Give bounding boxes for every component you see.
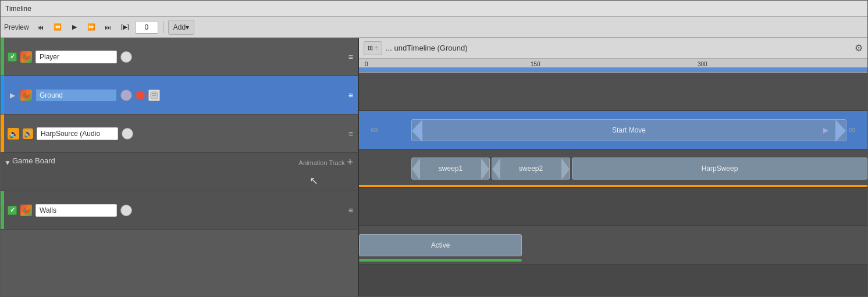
- clip-sweep1-label: sweep1: [439, 164, 463, 173]
- clip-start-move-right-arrow: [835, 120, 846, 142]
- clip-active-label: Active: [431, 241, 450, 249]
- clip-sweep1[interactable]: sweep1: [411, 158, 490, 180]
- ruler-ticks: for(let i=0;i<220;i++){ document.write('…: [359, 64, 867, 67]
- inf-right-icon: ∞: [848, 124, 856, 136]
- harpsource-icon2: 🔊: [23, 128, 33, 139]
- right-toolbar: ⊞ ÷ ... undTimeline (Ground) ⚙: [359, 38, 867, 59]
- gameboard-track-add-area: Animation Track +: [299, 156, 353, 169]
- track-row-harpsource: 🔈 🔊 HarpSource (Audio ≡: [1, 114, 358, 153]
- inf-left-icon: ∞: [371, 124, 378, 136]
- ground-record-button[interactable]: [136, 91, 145, 100]
- ground-expand-icon[interactable]: ▶: [8, 91, 17, 100]
- timeline-row-walls: Active: [359, 226, 867, 264]
- cursor-indicator: ↖: [310, 174, 318, 187]
- ruler-blue-bar: [359, 67, 867, 72]
- harpsource-options-icon[interactable]: ≡: [348, 129, 353, 138]
- clip-harpsweep-label: HarpSweep: [702, 164, 738, 173]
- right-panel: ⊞ ÷ ... undTimeline (Ground) ⚙ 0 150 300: [359, 38, 867, 296]
- timeline-row-player: [359, 73, 867, 111]
- frame-input[interactable]: [135, 21, 158, 34]
- clip-active[interactable]: Active: [359, 234, 522, 256]
- player-track-content: Player: [1, 51, 348, 63]
- harpsource-orange-bar: [359, 185, 867, 187]
- clip-start-move-right-arrow-icon: ▶: [823, 126, 828, 134]
- clip-start-move-left-arrow: [412, 120, 422, 142]
- ground-options-icon[interactable]: ≡: [348, 91, 353, 100]
- player-checkbox[interactable]: [8, 52, 17, 62]
- player-color-bar: [1, 38, 4, 76]
- player-options-icon[interactable]: ≡: [348, 52, 353, 62]
- timeline-row-harpsource: sweep1 sweep2 HarpSweep: [359, 149, 867, 188]
- add-button[interactable]: Add▾: [168, 20, 194, 35]
- walls-dot-button[interactable]: [120, 205, 132, 216]
- ground-name-field[interactable]: Ground: [35, 89, 117, 102]
- walls-options-icon[interactable]: ≡: [348, 206, 353, 215]
- active-green-bar: [359, 259, 522, 262]
- step-forward-button[interactable]: ⏩: [84, 20, 99, 34]
- timeline-ruler: 0 150 300 for(let i=0;i<220;i++){ docume…: [359, 59, 867, 73]
- gameboard-add-icon[interactable]: +: [347, 156, 353, 169]
- gameboard-label: Game Board: [12, 156, 55, 165]
- player-name-field[interactable]: Player: [35, 51, 117, 63]
- player-dot-button[interactable]: [120, 51, 132, 63]
- walls-name-field[interactable]: Walls: [35, 204, 117, 217]
- clip-sweep2[interactable]: sweep2: [492, 158, 570, 180]
- sweep2-right-arrow: [561, 158, 570, 180]
- animation-track-label: Animation Track: [299, 159, 345, 166]
- ground-clip-icon: [148, 90, 160, 101]
- walls-checkbox[interactable]: [8, 206, 17, 215]
- preview-label: Preview: [4, 23, 29, 31]
- harpsource-name-field[interactable]: HarpSource (Audio: [37, 127, 118, 140]
- group-header-gameboard: ▼ Game Board Animation Track + ↖: [1, 153, 358, 191]
- sweep2-left-arrow: [492, 158, 500, 180]
- track-row-walls: Walls ≡: [1, 191, 358, 230]
- clip-sweep2-label: sweep2: [519, 164, 543, 173]
- clip-start-move-label: Start Move: [612, 126, 646, 134]
- track-row-player: Player ≡: [1, 38, 358, 76]
- step-frame-button[interactable]: [▶]: [118, 20, 133, 34]
- settings-gear-icon[interactable]: ⚙: [855, 42, 863, 53]
- harpsource-color-bar: [1, 114, 4, 152]
- main-content: Player ≡ ▶ Ground: [1, 38, 867, 296]
- sweep1-left-arrow: [412, 158, 420, 180]
- harpsource-dot-button[interactable]: [122, 128, 133, 139]
- top-toolbar: Preview ⏮ ⏪ ▶ ⏩ ⏭ [▶] Add▾: [1, 17, 867, 38]
- walls-color-bar: [1, 191, 4, 229]
- timeline-window: Timeline Preview ⏮ ⏪ ▶ ⏩ ⏭ [▶] Add▾: [0, 0, 868, 297]
- play-button[interactable]: ▶: [67, 20, 81, 34]
- skip-to-start-button[interactable]: ⏮: [34, 20, 48, 34]
- tracks-list: Player ≡ ▶ Ground: [1, 38, 358, 296]
- ground-color-bar: [1, 76, 4, 114]
- window-title: Timeline: [5, 5, 31, 13]
- toolbar-divider: [163, 22, 163, 33]
- timeline-mode-button[interactable]: ⊞ ÷: [364, 41, 382, 55]
- step-back-button[interactable]: ⏪: [50, 20, 65, 34]
- clip-start-move[interactable]: Start Move ▶: [411, 119, 846, 141]
- walls-track-content: Walls: [1, 204, 348, 217]
- timeline-tracks: ∞ Start Move ▶ ∞ swee: [359, 73, 867, 296]
- sweep1-right-arrow: [481, 158, 489, 180]
- clip-harpsweep[interactable]: HarpSweep: [572, 158, 867, 180]
- timeline-title: ... undTimeline (Ground): [386, 44, 851, 52]
- ground-track-content: ▶ Ground: [1, 89, 348, 102]
- ground-3d-icon: [20, 90, 32, 101]
- title-bar: Timeline: [1, 1, 867, 17]
- player-3d-icon: [20, 51, 32, 63]
- walls-3d-icon: [20, 205, 32, 216]
- timeline-row-gameboard: [359, 188, 867, 226]
- harpsource-audio-icon: 🔈: [8, 128, 19, 139]
- harpsource-track-content: 🔈 🔊 HarpSource (Audio: [1, 127, 348, 140]
- skip-to-end-button[interactable]: ⏭: [101, 20, 115, 34]
- left-panel: Player ≡ ▶ Ground: [1, 38, 359, 296]
- track-row-ground: ▶ Ground ≡: [1, 76, 358, 114]
- gameboard-expand-icon[interactable]: ▼: [4, 159, 11, 167]
- timeline-row-ground: ∞ Start Move ▶ ∞: [359, 111, 867, 149]
- ground-dot-button[interactable]: [120, 90, 132, 101]
